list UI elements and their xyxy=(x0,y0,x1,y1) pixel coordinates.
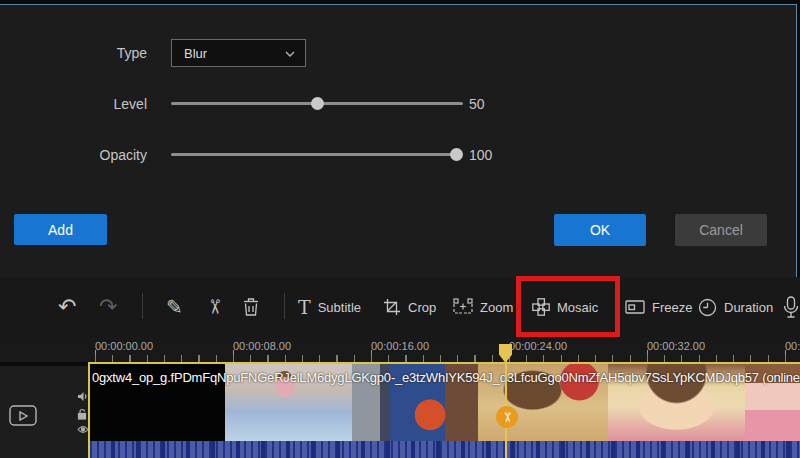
freeze-icon xyxy=(625,299,645,315)
type-dropdown-value: Blur xyxy=(184,46,207,61)
audio-waveform xyxy=(90,441,800,458)
opacity-slider[interactable] xyxy=(171,153,459,156)
subtitle-icon: T xyxy=(298,298,311,317)
trash-icon xyxy=(242,297,260,317)
duration-button[interactable]: Duration xyxy=(698,277,773,337)
video-track-header: Video xyxy=(0,366,88,458)
subtitle-label: Subtitle xyxy=(318,300,361,315)
zoom-icon xyxy=(453,298,473,316)
voiceover-button[interactable] xyxy=(782,277,800,337)
undo-button[interactable]: ↶ xyxy=(58,277,76,337)
add-button[interactable]: Add xyxy=(14,214,107,245)
freeze-label: Freeze xyxy=(652,300,692,315)
chevron-down-icon xyxy=(285,51,295,57)
waveform-marks xyxy=(90,441,800,458)
delete-button[interactable] xyxy=(242,277,260,337)
crop-button[interactable]: Crop xyxy=(383,277,436,337)
split-button[interactable]: ✂ xyxy=(207,277,224,337)
zoom-button[interactable]: Zoom xyxy=(453,277,513,337)
type-dropdown[interactable]: Blur xyxy=(171,39,306,67)
toolbar-separator xyxy=(142,293,143,319)
subtitle-button[interactable]: T Subtitle xyxy=(298,277,361,337)
video-track-icon xyxy=(9,405,37,427)
opacity-value: 100 xyxy=(469,147,492,163)
ok-button[interactable]: OK xyxy=(554,214,646,246)
edit-button[interactable]: ✎ xyxy=(166,277,183,337)
freeze-button[interactable]: Freeze xyxy=(625,277,692,337)
crop-label: Crop xyxy=(408,300,436,315)
app-window: Type Blur Level 50 Opacity 100 Add OK Ca… xyxy=(0,0,800,458)
microphone-icon xyxy=(782,296,800,318)
redo-button[interactable]: ↷ xyxy=(99,277,117,337)
zoom-label: Zoom xyxy=(480,300,513,315)
clip-selection-border xyxy=(88,362,800,364)
type-label: Type xyxy=(59,45,147,61)
level-slider-thumb[interactable] xyxy=(311,97,324,110)
opacity-label: Opacity xyxy=(59,147,147,163)
mosaic-highlight-box xyxy=(516,276,620,337)
clock-icon xyxy=(698,298,717,317)
mosaic-settings-dialog: Type Blur Level 50 Opacity 100 Add OK Ca… xyxy=(0,4,797,278)
toolbar-separator xyxy=(284,293,285,319)
clip-filename: 0gxtw4_op_g.fPDmFqNpuFNGeRJelLM6dygLGKgp… xyxy=(92,370,800,388)
track-volume-icon[interactable] xyxy=(77,391,88,402)
level-value: 50 xyxy=(469,96,485,112)
ruler-minor-ticks xyxy=(95,355,800,362)
level-label: Level xyxy=(59,96,147,112)
split-marker-badge[interactable]: ✂ xyxy=(496,406,518,428)
crop-icon xyxy=(383,298,401,316)
level-slider[interactable] xyxy=(171,102,463,105)
track-lock-icon[interactable] xyxy=(77,408,87,420)
duration-label: Duration xyxy=(724,300,773,315)
cancel-button[interactable]: Cancel xyxy=(675,214,767,246)
scissors-icon: ✂ xyxy=(501,412,514,423)
opacity-slider-thumb[interactable] xyxy=(450,148,463,161)
